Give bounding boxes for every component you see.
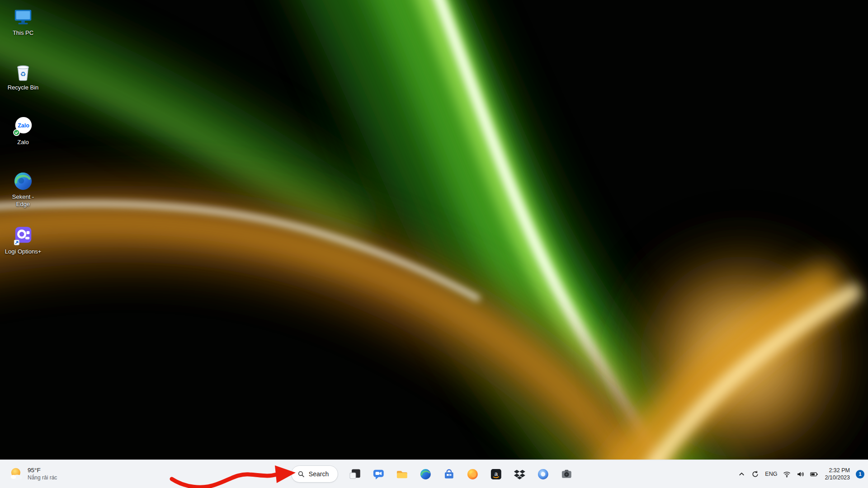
sun-cloud-icon bbox=[9, 467, 24, 481]
task-view-icon bbox=[349, 468, 361, 480]
desktop-wallpaper bbox=[0, 0, 868, 488]
language-indicator[interactable]: ENG bbox=[763, 465, 779, 483]
desktop-icon-label: Sekent - Edge bbox=[5, 193, 42, 208]
edge-icon bbox=[420, 468, 432, 480]
search-label: Search bbox=[309, 470, 329, 478]
desktop-icon-label: Recycle Bin bbox=[8, 84, 39, 91]
edge-desktop-icon bbox=[13, 171, 33, 192]
taskbar: 95°F Nắng rải rác Search bbox=[0, 460, 868, 488]
volume-icon bbox=[797, 470, 804, 478]
dropbox-icon bbox=[514, 468, 526, 480]
battery-icon bbox=[810, 470, 818, 478]
file-explorer-icon bbox=[396, 468, 408, 480]
zalo-icon: Zalo bbox=[13, 116, 33, 137]
this-pc-icon bbox=[13, 7, 33, 28]
notification-badge[interactable]: 1 bbox=[856, 470, 864, 479]
search-button[interactable]: Search bbox=[291, 465, 338, 483]
taskbar-button-store[interactable] bbox=[439, 464, 459, 484]
firefox-icon bbox=[467, 468, 479, 480]
clock-date: 2/10/2023 bbox=[825, 474, 850, 481]
taskbar-button-file-explorer[interactable] bbox=[392, 464, 412, 484]
chevron-up-icon bbox=[738, 470, 745, 478]
taskbar-button-amazon[interactable]: a bbox=[486, 464, 506, 484]
desktop-icon-recycle-bin[interactable]: ♻ Recycle Bin bbox=[4, 59, 42, 114]
amazon-icon: a bbox=[490, 468, 502, 480]
desktop-icon-zalo[interactable]: Zalo Zalo bbox=[4, 114, 42, 169]
taskbar-button-chat[interactable] bbox=[368, 464, 389, 484]
taskbar-button-firefox[interactable] bbox=[462, 464, 483, 484]
svg-text:Zalo: Zalo bbox=[18, 122, 29, 129]
tray-overflow-button[interactable] bbox=[736, 465, 748, 483]
svg-text:a: a bbox=[494, 470, 498, 477]
taskbar-button-dropbox[interactable] bbox=[509, 464, 530, 484]
wifi-icon bbox=[783, 470, 791, 478]
desktop-icon-this-pc[interactable]: This PC bbox=[4, 5, 42, 59]
weather-widget[interactable]: 95°F Nắng rải rác bbox=[4, 460, 62, 488]
taskbar-center: Search bbox=[291, 460, 577, 488]
desktop-icon-label: Logi Options+ bbox=[5, 248, 42, 255]
clock[interactable]: 2:32 PM 2/10/2023 bbox=[821, 467, 853, 481]
chat-icon bbox=[373, 468, 385, 480]
logi-options-icon bbox=[13, 225, 33, 246]
store-icon bbox=[443, 468, 455, 480]
camera-icon bbox=[561, 468, 573, 480]
tray-battery-button[interactable] bbox=[808, 465, 820, 483]
desktop-icon-logi-options[interactable]: Logi Options+ bbox=[4, 223, 42, 278]
tray-sync-button[interactable] bbox=[749, 465, 761, 483]
weather-condition: Nắng rải rác bbox=[28, 474, 57, 481]
recycle-bin-icon: ♻ bbox=[13, 61, 33, 82]
taskbar-button-task-view[interactable] bbox=[344, 464, 365, 484]
taskbar-button-edge[interactable] bbox=[415, 464, 436, 484]
sync-icon bbox=[751, 470, 759, 478]
magnifier-icon bbox=[298, 471, 305, 478]
desktop-icon-label: This PC bbox=[13, 29, 33, 37]
clock-time: 2:32 PM bbox=[829, 467, 850, 474]
taskbar-button-camera[interactable] bbox=[556, 464, 577, 484]
taskbar-button-photos[interactable] bbox=[533, 464, 553, 484]
desktop-icon-label: Zalo bbox=[17, 139, 28, 146]
tray-wifi-button[interactable] bbox=[781, 465, 793, 483]
svg-text:♻: ♻ bbox=[20, 70, 26, 78]
system-tray: ENG 2:32 PM 2/10/ bbox=[736, 460, 864, 488]
desktop-icon-sekent-edge[interactable]: Sekent - Edge bbox=[4, 169, 42, 223]
desktop-icon-list: This PC ♻ Recycle Bin Zalo Zalo bbox=[4, 5, 42, 278]
tray-volume-button[interactable] bbox=[794, 465, 807, 483]
weather-temperature: 95°F bbox=[28, 467, 41, 474]
photos-icon bbox=[537, 468, 549, 480]
